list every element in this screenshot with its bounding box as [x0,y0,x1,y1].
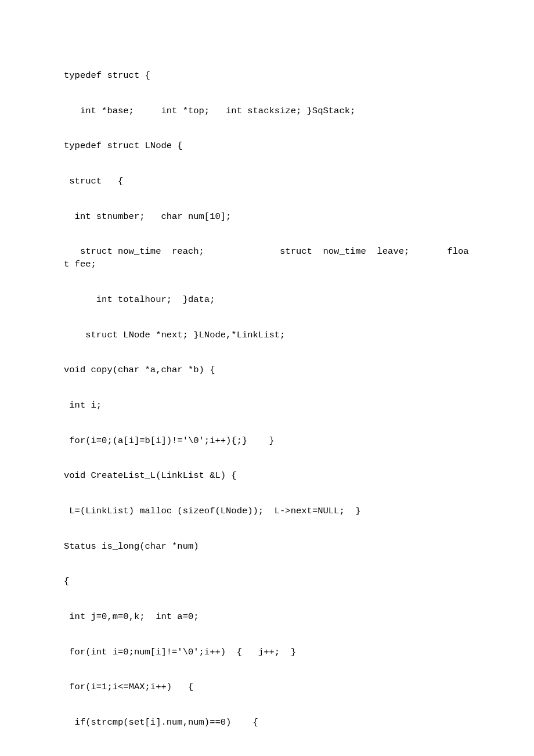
code-line: L=(LinkList) malloc (sizeof(LNode)); L->… [64,505,470,518]
code-line: struct now_time reach; struct now_time l… [64,246,470,271]
code-line: typedef struct LNode { [64,140,470,153]
code-line: void copy(char *a,char *b) { [64,364,470,377]
code-line: int totalhour; }data; [64,294,470,307]
code-line: struct LNode *next; }LNode,*LinkList; [64,329,470,342]
code-line: int stnumber; char num[10]; [64,211,470,224]
document-page: typedef struct { int *base; int *top; in… [0,0,534,756]
code-line: int j=0,m=0,k; int a=0; [64,611,470,624]
code-line: typedef struct { [64,70,470,82]
code-line: int *base; int *top; int stacksize; }SqS… [64,105,470,118]
code-line: for(i=0;(a[i]=b[i])!='\0';i++){;} } [64,435,470,448]
code-line: Status is_long(char *num) [64,541,470,553]
code-line: int i; [64,399,470,412]
code-line: struct { [64,175,470,188]
code-line: { [64,575,470,588]
code-line: for(int i=0;num[i]!='\0';i++) { j++; } [64,646,470,659]
code-line: void CreateList_L(LinkList &L) { [64,470,470,483]
code-line: for(i=1;i<=MAX;i++) { [64,681,470,694]
code-line: if(strcmp(set[i].num,num)==0) { [64,717,470,729]
